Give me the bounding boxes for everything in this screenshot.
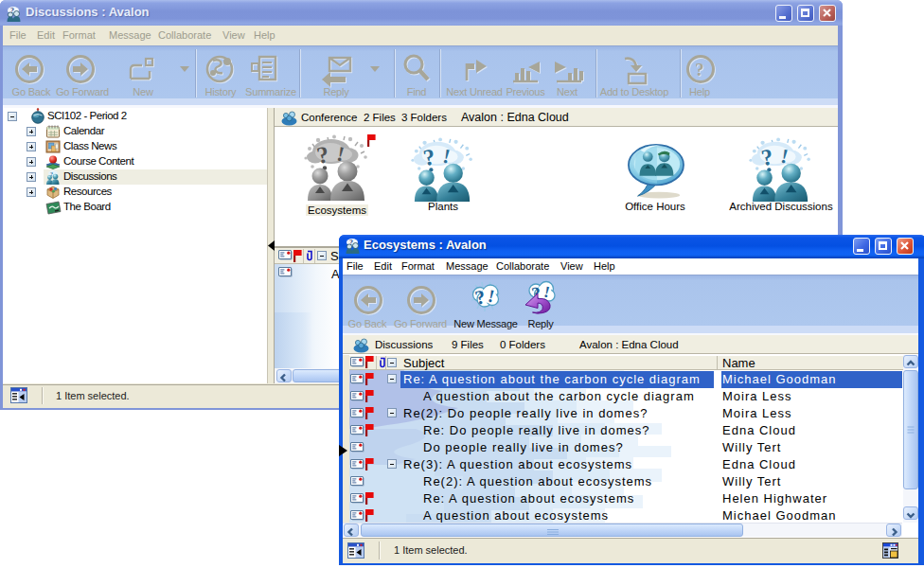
svg-text:?: ? [695,60,704,80]
